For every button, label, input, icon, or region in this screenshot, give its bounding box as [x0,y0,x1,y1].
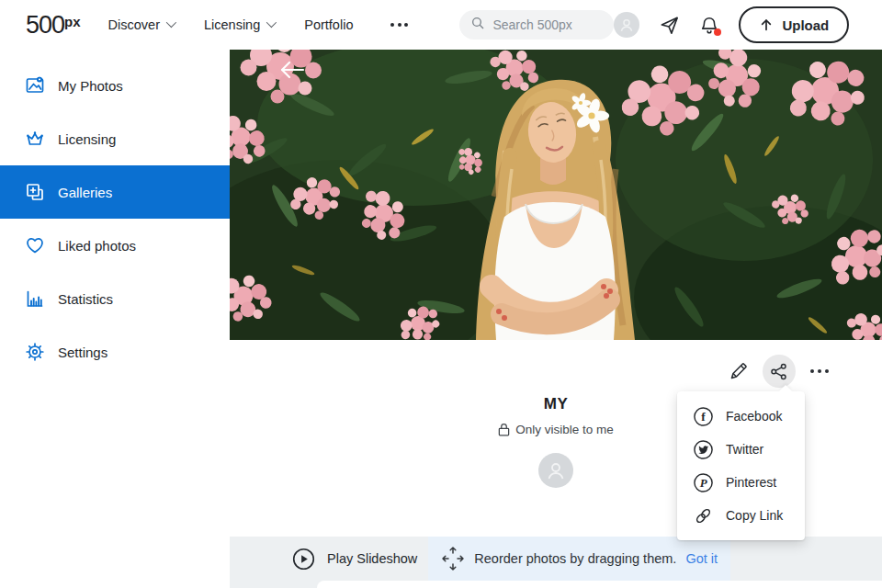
nav-item-licensing[interactable]: Licensing [204,17,274,32]
gallery-cover-photo [230,50,882,340]
search-icon [470,16,485,34]
chevron-down-icon [266,17,277,27]
back-arrow-icon[interactable] [279,60,305,80]
messages-icon[interactable] [659,15,680,36]
drag-move-icon [441,545,465,572]
chevron-down-icon [166,17,176,27]
svg-text:P: P [700,476,707,490]
upload-arrow-icon [759,17,774,32]
sidebar-item-licensing[interactable]: Licensing [0,112,230,165]
search-input[interactable] [492,17,603,32]
user-avatar[interactable] [614,12,639,38]
person-icon [618,17,635,33]
got-it-link[interactable]: Got it [685,551,718,566]
photos-icon [24,74,46,96]
search-bar[interactable] [459,10,614,40]
gallery-visibility: Only visible to me [498,423,614,436]
sidebar-item-statistics[interactable]: Statistics [0,272,230,325]
gear-icon [24,341,46,363]
sidebar-item-liked-photos[interactable]: Liked photos [0,219,230,272]
share-copy-link[interactable]: Copy Link [677,499,805,532]
share-button[interactable] [763,355,796,388]
photo-card-edge [317,581,882,588]
share-twitter[interactable]: Twitter [677,433,805,466]
person-icon [545,459,567,481]
main-content: MY Only visible to me f Facebook Twitter… [230,50,882,588]
bottom-toolbar: Play Slideshow Reorder photos by draggin… [230,537,882,581]
logo-500px[interactable]: 500px [26,11,81,40]
gallery-actions [230,340,882,388]
notifications-bell-icon[interactable] [699,15,719,35]
notification-badge [714,28,721,36]
share-dropdown-menu: f Facebook Twitter P Pinterest Copy Link [677,391,805,540]
link-icon [693,505,714,526]
crown-icon [24,128,46,150]
top-navbar: 500px Discover Licensing Portfolio [0,0,882,50]
logo-text: 500 [26,11,64,39]
sidebar-item-settings[interactable]: Settings [0,325,230,379]
lock-icon [498,423,510,436]
share-icon [769,362,788,381]
share-facebook[interactable]: f Facebook [677,400,805,433]
nav-item-discover[interactable]: Discover [108,17,174,32]
sidebar: My Photos Licensing Galleries Liked phot… [0,50,230,588]
play-icon [292,548,315,571]
gallery-owner-avatar[interactable] [538,453,573,488]
share-pinterest[interactable]: P Pinterest [677,466,805,499]
heart-icon [24,234,46,256]
reorder-hint: Reorder photos by dragging them. Got it [428,537,730,581]
pinterest-icon: P [693,472,714,493]
twitter-icon [693,439,714,460]
edit-pencil-icon[interactable] [728,360,750,382]
nav-item-portfolio[interactable]: Portfolio [304,17,353,32]
bottom-strip [230,581,882,588]
sidebar-item-my-photos[interactable]: My Photos [0,59,230,112]
play-slideshow-button[interactable]: Play Slideshow [292,548,417,571]
upload-button[interactable]: Upload [739,6,849,43]
sidebar-item-galleries[interactable]: Galleries [0,165,230,219]
stats-icon [24,288,46,310]
facebook-icon: f [693,406,714,427]
galleries-icon [24,181,46,203]
nav-more-icon[interactable] [385,17,413,32]
svg-text:f: f [701,410,706,424]
app-window: 500px Discover Licensing Portfolio [0,0,882,588]
more-options-icon[interactable] [808,364,831,379]
